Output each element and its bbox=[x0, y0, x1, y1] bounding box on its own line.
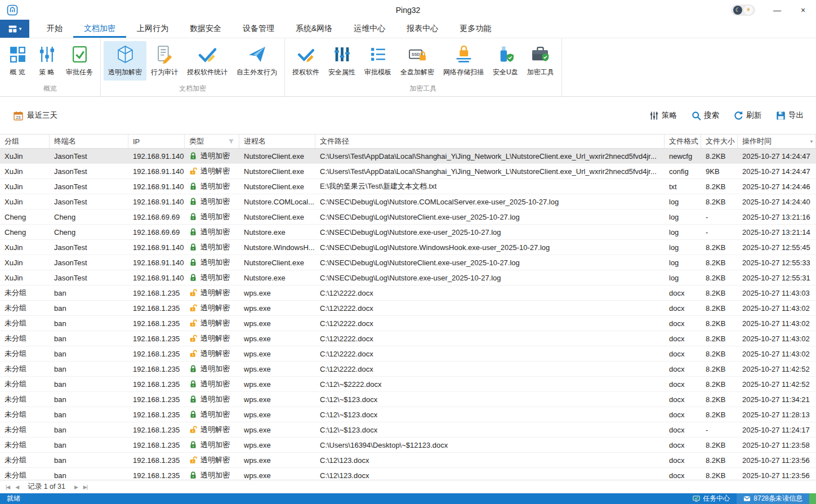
cell-group: 未分组 bbox=[0, 364, 50, 374]
table-row[interactable]: 未分组ban192.168.1.235透明加密wps.exeC:\12\2222… bbox=[0, 362, 816, 377]
column-header-size[interactable]: 文件大小 bbox=[701, 135, 738, 148]
column-header-terminal[interactable]: 终端名 bbox=[50, 135, 128, 148]
cell-terminal: JasonTest bbox=[50, 198, 128, 206]
ribbon-item-security-attributes[interactable]: 安全属性 bbox=[324, 41, 360, 81]
type-label: 透明解密 bbox=[200, 455, 230, 465]
ribbon-item-behavior-audit[interactable]: 行为审计 bbox=[146, 41, 182, 81]
table-row[interactable]: ChengCheng192.168.69.69透明加密NutstoreClien… bbox=[0, 209, 816, 225]
tab-system-network[interactable]: 系统&网络 bbox=[285, 20, 343, 38]
tab-report-center[interactable]: 报表中心 bbox=[396, 20, 449, 38]
column-header-path[interactable]: 文件路径 bbox=[315, 135, 665, 148]
ribbon-item-approval-template[interactable]: 审批模板 bbox=[360, 41, 396, 81]
ribbon-item-authorized-software[interactable]: 授权软件 bbox=[288, 41, 324, 81]
auth-soft-icon bbox=[297, 45, 315, 64]
toolbar-export-button[interactable]: 导出 bbox=[776, 110, 804, 121]
column-menu-button[interactable]: ▼ bbox=[809, 135, 814, 148]
ribbon-item-transparent-codec[interactable]: 透明加解密 bbox=[104, 41, 146, 81]
ribbon-item-secure-usb[interactable]: 安全U盘 bbox=[488, 41, 523, 81]
first-page-button[interactable]: |◀ bbox=[6, 484, 10, 490]
table-row[interactable]: 未分组ban192.168.1.235透明解密wps.exeC:\12\2222… bbox=[0, 301, 816, 316]
column-header-group[interactable]: 分组 bbox=[0, 135, 50, 148]
column-header-process[interactable]: 进程名 bbox=[239, 135, 315, 148]
toolbar-refresh-button[interactable]: 刷新 bbox=[734, 110, 761, 121]
tab-more-features[interactable]: 更多功能 bbox=[449, 20, 502, 38]
table-row[interactable]: XuJinJasonTest192.168.91.140透明加密Nutstore… bbox=[0, 270, 816, 286]
cell-terminal: JasonTest bbox=[50, 182, 128, 191]
next-page-button[interactable]: ▶ bbox=[74, 484, 78, 490]
ribbon-item-authorized-software-stats[interactable]: 授权软件统计 bbox=[182, 41, 232, 81]
table-row[interactable]: XuJinJasonTest192.168.91.140透明加密Nutstore… bbox=[0, 179, 816, 194]
cell-type: 透明解密 bbox=[185, 349, 239, 359]
ribbon-item-full-disk-codec[interactable]: SSD全盘加解密 bbox=[396, 41, 439, 81]
cell-group: 未分组 bbox=[0, 303, 50, 313]
ribbon-item-network-storage-scan[interactable]: 网络存储扫描 bbox=[439, 41, 488, 81]
table-row[interactable]: 未分组ban192.168.1.235透明加密wps.exeC:\12\123.… bbox=[0, 468, 816, 480]
tab-data-security[interactable]: 数据安全 bbox=[179, 20, 232, 38]
table-row[interactable]: 未分组ban192.168.1.235透明加密wps.exeC:\12\~$12… bbox=[0, 407, 816, 422]
ribbon-group-label: 加密工具 bbox=[288, 83, 559, 96]
toolbar-search-button[interactable]: 搜索 bbox=[692, 110, 719, 121]
cell-process: wps.exe bbox=[239, 441, 315, 449]
ribbon-item-self-outgoing[interactable]: 自主外发行为 bbox=[232, 41, 282, 81]
ribbon-item-approval-tasks[interactable]: 审批任务 bbox=[61, 41, 97, 81]
cell-process: NutstoreClient.exe bbox=[239, 258, 315, 267]
ribbon-item-overview[interactable]: 概 览 bbox=[3, 41, 32, 81]
cell-group: 未分组 bbox=[0, 455, 50, 465]
unread-messages-button[interactable]: 8728条未读信息 bbox=[737, 493, 809, 504]
tab-home[interactable]: 开始 bbox=[36, 20, 73, 38]
cell-size: 8.2KB bbox=[701, 243, 738, 252]
date-filter[interactable]: 23 最近三天 bbox=[14, 110, 57, 121]
cell-process: NutstoreClient.exe bbox=[239, 167, 315, 176]
prev-page-button[interactable]: ◀ bbox=[15, 484, 19, 490]
table-row[interactable]: ChengCheng192.168.69.69透明加密Nutstore.exeC… bbox=[0, 225, 816, 240]
type-label: 透明加密 bbox=[200, 379, 230, 389]
cell-process: wps.exe bbox=[239, 395, 315, 404]
cell-size: 9KB bbox=[701, 167, 738, 176]
cell-type: 透明加密 bbox=[185, 394, 239, 404]
cell-group: 未分组 bbox=[0, 333, 50, 344]
table-row[interactable]: 未分组ban192.168.1.235透明解密wps.exeC:\12\2222… bbox=[0, 286, 816, 301]
table-row[interactable]: XuJinJasonTest192.168.91.140透明加密Nutstore… bbox=[0, 255, 816, 270]
table-row[interactable]: 未分组ban192.168.1.235透明解密wps.exeC:\12\2222… bbox=[0, 331, 816, 346]
table-row[interactable]: XuJinJasonTest192.168.91.140透明解密Nutstore… bbox=[0, 164, 816, 179]
task-center-button[interactable]: 任务中心 bbox=[686, 493, 737, 504]
tab-doc-encryption[interactable]: 文档加密 bbox=[73, 20, 126, 38]
calendar-icon: 23 bbox=[14, 111, 23, 121]
table-row[interactable]: 未分组ban192.168.1.235透明加密wps.exeC:\12\~$22… bbox=[0, 377, 816, 392]
minimize-button[interactable]: — bbox=[764, 0, 790, 20]
tab-ops-center[interactable]: 运维中心 bbox=[343, 20, 396, 38]
table-row[interactable]: 未分组ban192.168.1.235透明加密wps.exeC:\12\~$12… bbox=[0, 392, 816, 407]
table-row[interactable]: XuJinJasonTest192.168.91.140透明加密Nutstore… bbox=[0, 149, 816, 164]
cell-time: 2025-10-27 11:28:13 bbox=[738, 411, 816, 419]
cell-ip: 192.168.91.140 bbox=[128, 182, 185, 191]
cell-process: wps.exe bbox=[239, 350, 315, 358]
table-row[interactable]: 未分组ban192.168.1.235透明解密wps.exeC:\12\~$12… bbox=[0, 422, 816, 438]
close-button[interactable]: × bbox=[790, 0, 816, 20]
column-header-ip[interactable]: IP bbox=[128, 135, 185, 148]
column-header-format[interactable]: 文件格式 bbox=[665, 135, 701, 148]
cell-format: docx bbox=[665, 441, 701, 449]
tab-internet-behavior[interactable]: 上网行为 bbox=[126, 20, 179, 38]
filter-funnel-icon[interactable] bbox=[228, 139, 234, 145]
table-row[interactable]: 未分组ban192.168.1.235透明解密wps.exeC:\12\2222… bbox=[0, 346, 816, 362]
refresh-icon bbox=[734, 111, 743, 121]
toolbar-strategy-button[interactable]: 策略 bbox=[649, 110, 677, 121]
ribbon-item-encryption-tools[interactable]: 加密工具 bbox=[523, 41, 559, 81]
theme-toggle[interactable]: ☾ ☀ bbox=[731, 5, 755, 16]
column-header-time[interactable]: 操作时间 bbox=[738, 135, 816, 148]
tab-device-management[interactable]: 设备管理 bbox=[232, 20, 285, 38]
table-row[interactable]: XuJinJasonTest192.168.91.140透明加密Nutstore… bbox=[0, 194, 816, 209]
main-menu-button[interactable]: ▾ bbox=[0, 20, 29, 38]
cell-size: 8.2KB bbox=[701, 395, 738, 404]
cell-path: C:\NSEC\Debug\Log\Nutstore.COMLocalServe… bbox=[315, 198, 665, 206]
table-row[interactable]: 未分组ban192.168.1.235透明解密wps.exeC:\12\2222… bbox=[0, 316, 816, 331]
cell-type: 透明加密 bbox=[185, 470, 239, 480]
ribbon-item-strategy[interactable]: 策 略 bbox=[32, 41, 61, 81]
column-header-type[interactable]: 类型 bbox=[185, 135, 239, 148]
moon-icon: ☾ bbox=[733, 6, 742, 15]
cell-process: wps.exe bbox=[239, 365, 315, 373]
table-row[interactable]: 未分组ban192.168.1.235透明加密wps.exeC:\Users\1… bbox=[0, 438, 816, 453]
table-row[interactable]: 未分组ban192.168.1.235透明解密wps.exeC:\12\123.… bbox=[0, 453, 816, 468]
last-page-button[interactable]: ▶| bbox=[83, 484, 87, 490]
table-row[interactable]: XuJinJasonTest192.168.91.140透明加密Nutstore… bbox=[0, 240, 816, 255]
